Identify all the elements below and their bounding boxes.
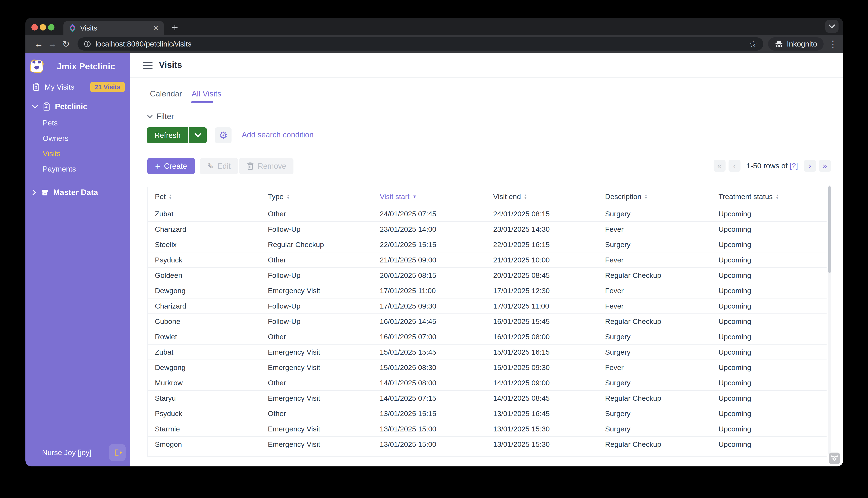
table-row[interactable]: GoldeenFollow-Up20/01/2025 08:1520/01/20… [148, 267, 827, 283]
refresh-split-button: Refresh [147, 127, 207, 143]
cell-description: Surgery [605, 348, 718, 356]
table-row[interactable]: PsyduckOther13/01/2025 15:1513/01/2025 1… [148, 406, 827, 421]
cell-pet: Starmie [155, 425, 268, 433]
sidebar-item-visits[interactable]: Visits [43, 146, 130, 161]
table-row[interactable]: DewgongEmergency Visit17/01/2025 11:0017… [148, 283, 827, 298]
tab-close-icon[interactable]: ✕ [153, 24, 159, 32]
sort-icon: ▲▼ [286, 194, 290, 199]
cell-start: 13/01/2025 15:00 [380, 425, 493, 433]
tab-all-visits[interactable]: All Visits [192, 89, 221, 99]
table-row[interactable]: CuboneFollow-Up16/01/2025 14:4516/01/202… [148, 313, 827, 329]
url-text[interactable]: localhost:8080/petclinic/visits [95, 40, 191, 48]
incognito-badge: Inkognito [768, 37, 824, 51]
column-header-pet[interactable]: Pet▲▼ [155, 193, 268, 201]
next-page-button[interactable]: › [804, 160, 816, 172]
table-row[interactable]: CharizardFollow-Up23/01/2025 14:0023/01/… [148, 221, 827, 237]
sidebar: Jmix Petclinic My Visits 21 Visits Petcl… [25, 53, 130, 467]
filter-section-toggle[interactable]: Filter [147, 112, 174, 121]
cell-type: Emergency Visit [268, 440, 380, 448]
cell-status: Upcoming [718, 302, 827, 310]
edit-button[interactable]: ✎ Edit [200, 158, 238, 174]
table-row[interactable]: SmogonEmergency Visit13/01/2025 15:0013/… [148, 436, 827, 452]
cell-status: Upcoming [718, 287, 827, 295]
browser-tab-visits[interactable]: Visits ✕ [63, 21, 164, 35]
table-scrollbar-track[interactable] [828, 185, 831, 455]
add-search-condition-link[interactable]: Add search condition [242, 130, 314, 139]
table-row[interactable]: SteelixRegular Checkup22/01/2025 15:1522… [148, 237, 827, 252]
table-row[interactable]: ZubatOther24/01/2025 07:4524/01/2025 08:… [148, 206, 827, 221]
cell-start: 13/01/2025 15:15 [380, 409, 493, 418]
table-row[interactable]: PsyduckOther21/01/2025 09:0021/01/2025 1… [148, 252, 827, 267]
last-page-button[interactable]: » [819, 160, 831, 172]
sidebar-item-payments[interactable]: Payments [43, 161, 130, 177]
chevron-down-icon [147, 114, 153, 119]
clipboard-pulse-icon [42, 102, 51, 111]
cell-status: Upcoming [718, 271, 827, 279]
table-row[interactable]: StaryuEmergency Visit14/01/2025 07:1514/… [148, 390, 827, 406]
cell-type: Emergency Visit [268, 394, 380, 403]
table-row[interactable]: CharizardFollow-Up17/01/2025 09:3017/01/… [148, 298, 827, 313]
cell-pet: Steelix [155, 240, 268, 249]
minimize-window-button[interactable] [40, 24, 46, 30]
cell-type: Other [268, 409, 380, 418]
cell-description: Surgery [605, 425, 718, 433]
sort-icon: ▲▼ [524, 194, 527, 199]
cell-end: 14/01/2025 09:00 [493, 379, 605, 387]
prev-page-button[interactable]: ‹ [729, 160, 740, 172]
sidebar-item-owners[interactable]: Owners [43, 131, 130, 146]
cell-description: Fever [605, 302, 718, 310]
main-content: Visits Calendar All Visits Filter Refres… [130, 53, 843, 467]
rows-range-text: 1-50 rows of [?] [746, 161, 798, 170]
tab-calendar[interactable]: Calendar [150, 89, 182, 99]
close-window-button[interactable] [31, 24, 38, 30]
cell-type: Emergency Visit [268, 348, 380, 356]
column-header-type[interactable]: Type▲▼ [268, 193, 380, 201]
tabs-divider [130, 103, 843, 103]
create-button[interactable]: + Create [148, 158, 195, 174]
cell-status: Upcoming [718, 225, 827, 233]
cell-pet: Zubat [155, 348, 268, 356]
address-bar[interactable]: localhost:8080/petclinic/visits ☆ [78, 37, 763, 51]
vaadin-debug-button[interactable] [829, 453, 840, 464]
sidebar-item-pets[interactable]: Pets [43, 115, 130, 131]
column-header-description[interactable]: Description▲▼ [605, 193, 718, 201]
filter-settings-button[interactable]: ⚙ [215, 127, 231, 143]
column-header-treatment-status[interactable]: Treatment status▲▼ [718, 193, 827, 201]
reload-button[interactable]: ↻ [59, 39, 73, 49]
sort-desc-icon: ▼ [412, 194, 417, 199]
refresh-dropdown-button[interactable] [189, 127, 207, 143]
new-tab-button[interactable]: + [168, 21, 182, 34]
sort-icon: ▲▼ [776, 194, 779, 199]
tab-search-button[interactable] [825, 19, 839, 33]
table-row[interactable]: RowletOther16/01/2025 07:0016/01/2025 08… [148, 329, 827, 344]
table-row[interactable]: MurkrowOther14/01/2025 08:0014/01/2025 0… [148, 375, 827, 390]
logout-button[interactable] [109, 444, 126, 461]
table-scrollbar-thumb[interactable] [828, 186, 831, 273]
sidebar-group-petclinic[interactable]: Petclinic [32, 102, 87, 111]
site-info-icon[interactable] [84, 40, 91, 48]
sidebar-item-my-visits[interactable]: My Visits 21 Visits [32, 80, 125, 94]
browser-menu-icon[interactable]: ⋮ [828, 39, 838, 50]
table-row[interactable]: StarmieEmergency Visit13/01/2025 15:0013… [148, 421, 827, 436]
tab-strip: Visits ✕ + [25, 18, 843, 35]
browser-window: Visits ✕ + ← → ↻ localhost:8080/petclini… [25, 18, 843, 467]
column-header-visit-start[interactable]: Visit start▼ [380, 193, 493, 201]
sidebar-group-master-data[interactable]: Master Data [32, 188, 98, 197]
column-header-visit-end[interactable]: Visit end▲▼ [493, 193, 605, 201]
menu-toggle-icon[interactable] [143, 62, 153, 69]
back-button[interactable]: ← [32, 39, 46, 49]
cell-description: Surgery [605, 240, 718, 249]
forward-button[interactable]: → [46, 39, 59, 49]
table-row[interactable]: ZubatEmergency Visit15/01/2025 15:4515/0… [148, 344, 827, 359]
remove-button[interactable]: Remove [239, 158, 293, 174]
cell-description: Regular Checkup [605, 271, 718, 279]
bookmark-star-icon[interactable]: ☆ [749, 39, 757, 49]
cell-pet: Cubone [155, 317, 268, 326]
total-count-link[interactable]: [?] [790, 161, 798, 170]
refresh-button[interactable]: Refresh [147, 127, 188, 143]
maximize-window-button[interactable] [48, 24, 54, 30]
table-row[interactable]: DewgongEmergency Visit15/01/2025 08:3015… [148, 359, 827, 375]
range-label: 1-50 rows of [746, 161, 788, 170]
edit-label: Edit [217, 162, 231, 171]
first-page-button[interactable]: « [714, 160, 726, 172]
